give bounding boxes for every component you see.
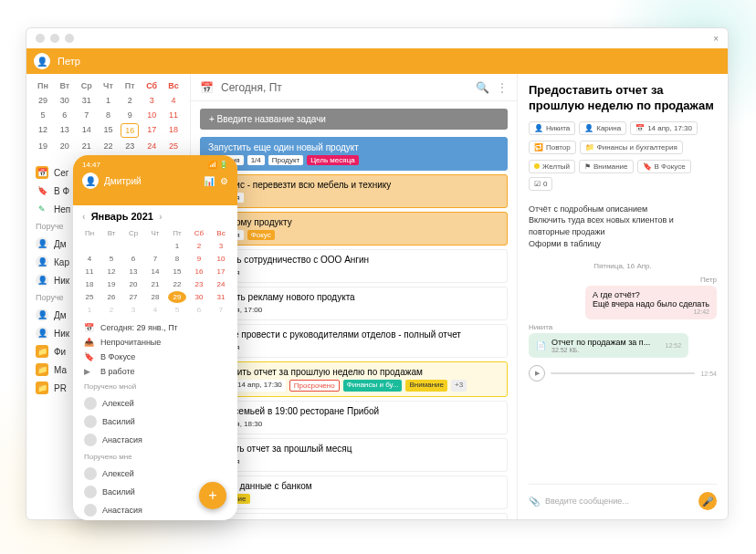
cal-day[interactable]: 11 xyxy=(164,109,183,121)
mcal-day[interactable]: 17 xyxy=(212,266,230,277)
mobile-working[interactable]: ▶В работе xyxy=(73,364,237,379)
wc-close-dot[interactable] xyxy=(36,34,45,43)
mcal-day[interactable]: 4 xyxy=(80,253,99,265)
mcal-day[interactable]: 20 xyxy=(124,278,142,290)
fab-add[interactable]: + xyxy=(199,482,226,509)
task-card[interactable]: бсудить сотрудничество с ООО АнгинСегодн… xyxy=(200,249,508,283)
mcal-day[interactable]: 21 xyxy=(146,278,164,290)
chip-attention[interactable]: ⚑ Внимание xyxy=(579,160,634,173)
chart-icon[interactable]: 📊 xyxy=(204,176,215,186)
mobile-user-item[interactable]: Алексей xyxy=(73,465,237,483)
cal-day[interactable]: 29 xyxy=(34,94,52,107)
cal-day[interactable]: 17 xyxy=(142,123,161,138)
mcal-day[interactable]: 15 xyxy=(168,266,186,277)
cal-day[interactable]: 22 xyxy=(99,140,117,152)
cal-day[interactable]: 31 xyxy=(78,94,96,107)
mcal-day[interactable]: 9 xyxy=(190,253,208,265)
chip-checklist[interactable]: ☑ 0 xyxy=(529,177,552,191)
mcal-day[interactable]: 29 xyxy=(168,291,186,303)
mobile-unread[interactable]: 📥Непрочитанные xyxy=(73,335,237,350)
cal-day[interactable]: 2 xyxy=(121,94,139,107)
cal-day[interactable]: 10 xyxy=(142,109,161,121)
mcal-day[interactable]: 31 xyxy=(212,291,230,303)
mcal-day[interactable]: 14 xyxy=(146,266,164,277)
mcal-day[interactable]: 16 xyxy=(190,266,208,277)
cal-day[interactable]: 25 xyxy=(164,140,183,152)
mcal-day[interactable]: 25 xyxy=(80,291,99,303)
send-button[interactable]: 🎤 xyxy=(698,492,717,510)
chip-color[interactable]: Желтый xyxy=(529,160,575,173)
task-card[interactable]: доставить отчет за прошлую неделю по про… xyxy=(200,361,508,397)
task-card[interactable]: готовить отчет за прошлый месяцСегодня xyxy=(200,438,508,472)
mcal-day[interactable]: 7 xyxy=(212,304,230,316)
mcal-day[interactable]: 26 xyxy=(102,291,121,303)
cal-day[interactable]: 19 xyxy=(34,140,52,152)
chip-focus[interactable]: 🔖 В Фокусе xyxy=(637,160,691,173)
mobile-focus[interactable]: 🔖В Фокусе xyxy=(73,350,237,364)
cal-day[interactable]: 14 xyxy=(78,123,96,138)
mcal-day[interactable]: 19 xyxy=(102,278,121,290)
mcal-day[interactable]: 5 xyxy=(168,304,186,316)
chip-author[interactable]: 👤 Карина xyxy=(579,121,626,135)
cal-day[interactable]: 21 xyxy=(78,140,96,152)
mcal-day[interactable]: 11 xyxy=(80,266,99,277)
mcal-day[interactable] xyxy=(146,240,164,252)
mcal-day[interactable]: 3 xyxy=(124,304,142,316)
cal-day[interactable]: 1 xyxy=(99,94,117,107)
chevron-right-icon[interactable]: › xyxy=(159,211,163,222)
cal-day[interactable]: 4 xyxy=(164,94,183,107)
task-card[interactable]: апустить рекламу нового продуктаСегодня,… xyxy=(200,287,508,320)
cal-day[interactable]: 30 xyxy=(56,94,74,107)
mcal-day[interactable]: 12 xyxy=(102,266,121,277)
mobile-avatar[interactable]: 👤 xyxy=(82,172,99,189)
mcal-day[interactable]: 7 xyxy=(146,253,164,265)
task-card[interactable]: ый офис - перевезти всю мебель и технику… xyxy=(200,174,508,208)
cal-day[interactable]: 6 xyxy=(56,109,74,121)
chat-input[interactable]: Введите сообщение... xyxy=(545,497,693,506)
mcal-day[interactable]: 2 xyxy=(190,240,208,252)
task-card[interactable]: по новому продуктуСегодняФокус xyxy=(200,212,508,246)
mcal-day[interactable]: 27 xyxy=(124,291,142,303)
mcal-day[interactable]: 10 xyxy=(212,253,230,265)
mcal-day[interactable] xyxy=(124,240,142,252)
more-icon[interactable]: ⋮ xyxy=(497,81,508,94)
play-icon[interactable]: ▶ xyxy=(529,365,545,382)
mcal-day[interactable] xyxy=(80,240,99,252)
attach-icon[interactable]: 📎 xyxy=(529,497,540,507)
wc-min-dot[interactable] xyxy=(50,34,59,43)
mcal-day[interactable]: 22 xyxy=(168,278,186,290)
user-avatar[interactable]: 👤 xyxy=(34,53,50,69)
cal-day[interactable]: 15 xyxy=(99,123,117,138)
mcal-day[interactable]: 5 xyxy=(102,253,121,265)
cal-day[interactable]: 13 xyxy=(56,123,74,138)
mcal-day[interactable] xyxy=(102,240,121,252)
chip-repeat[interactable]: 🔁 Повтор xyxy=(529,141,576,154)
mobile-today[interactable]: 📅Сегодня: 29 янв., Пт xyxy=(73,320,237,335)
mobile-calendar[interactable]: ПнВтСрЧтПтСбВс 1234567891011121314151617… xyxy=(73,227,237,316)
mcal-day[interactable]: 2 xyxy=(102,304,121,316)
task-card[interactable]: брание провести с руководителями отделов… xyxy=(200,324,508,358)
mini-calendar[interactable]: ПнВтСрЧтПтСбВс 2930311234567891011121314… xyxy=(26,74,190,160)
mcal-day[interactable]: 28 xyxy=(146,291,164,303)
cal-day[interactable]: 12 xyxy=(34,123,52,138)
task-card[interactable]: олучить данные от отдела продажСегодня xyxy=(200,513,508,519)
cal-day[interactable]: 23 xyxy=(121,140,139,152)
cal-day[interactable]: 7 xyxy=(78,109,96,121)
cal-day[interactable]: 20 xyxy=(56,140,74,152)
mcal-day[interactable]: 1 xyxy=(80,304,99,316)
gear-icon[interactable]: ⚙ xyxy=(220,176,228,186)
mcal-day[interactable]: 4 xyxy=(146,304,164,316)
task-card[interactable]: верить данные с банкомВнимание xyxy=(200,476,508,509)
chip-project[interactable]: 📁 Финансы и бухгалтерия xyxy=(580,141,683,154)
chevron-left-icon[interactable]: ‹ xyxy=(82,211,86,222)
search-icon[interactable]: 🔍 xyxy=(476,81,489,94)
close-icon[interactable]: × xyxy=(713,34,719,44)
mcal-day[interactable]: 23 xyxy=(190,278,208,290)
cal-day[interactable]: 3 xyxy=(142,94,161,107)
chip-assignee[interactable]: 👤 Никита xyxy=(529,121,575,135)
mcal-day[interactable]: 30 xyxy=(190,291,208,303)
mcal-day[interactable]: 24 xyxy=(212,278,230,290)
chat-file[interactable]: 📄 Отчет по продажам за п... 32.52 КБ. 12… xyxy=(529,333,688,358)
task-card[interactable]: жин с семьей в 19:00 ресторане ПрибойСег… xyxy=(200,401,508,434)
new-task-input[interactable]: + Введите название задачи xyxy=(200,109,508,130)
